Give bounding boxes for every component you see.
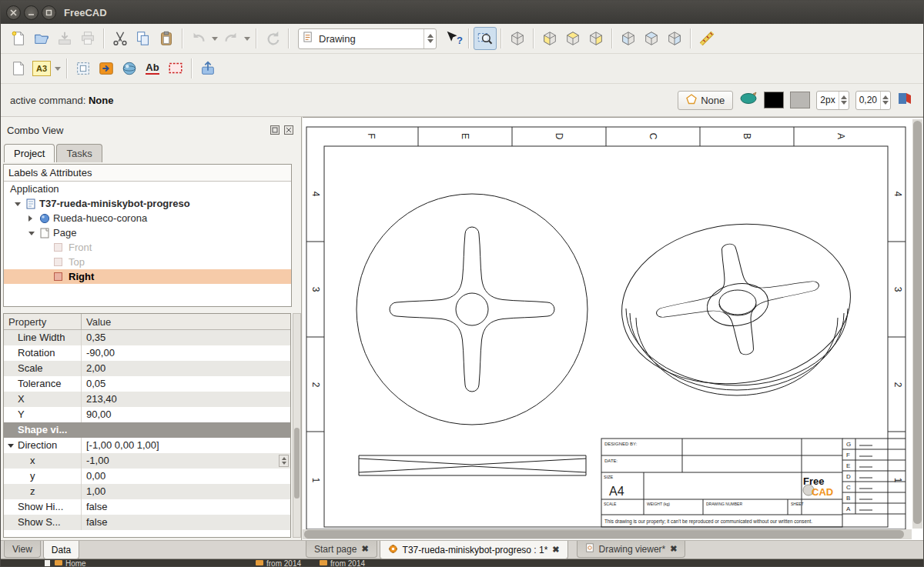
minimize-icon bbox=[28, 9, 35, 16]
tab-tasks[interactable]: Tasks bbox=[56, 144, 102, 162]
tree-item-page[interactable]: Page bbox=[4, 225, 291, 240]
property-row[interactable]: Y90,00 bbox=[4, 407, 290, 422]
help-cursor-icon: ? bbox=[444, 30, 461, 47]
property-row[interactable]: Line Width0,35 bbox=[4, 330, 290, 345]
tab-project[interactable]: Project bbox=[4, 144, 55, 162]
vertical-scrollbar[interactable] bbox=[912, 119, 922, 529]
measure-distance-button[interactable] bbox=[695, 27, 718, 50]
property-group-header[interactable]: Shape vi... bbox=[4, 422, 290, 438]
tab-view[interactable]: View bbox=[4, 541, 41, 558]
draft-view-button[interactable] bbox=[118, 57, 141, 80]
isometric-view bbox=[613, 212, 860, 397]
page-template-button[interactable]: A3 bbox=[30, 57, 53, 80]
whats-this-button[interactable]: ? bbox=[441, 27, 464, 50]
annotation-button[interactable]: Ab bbox=[141, 57, 164, 80]
drawing-viewer-icon bbox=[585, 543, 594, 555]
close-button[interactable] bbox=[6, 5, 21, 20]
line-style-icon[interactable] bbox=[739, 92, 758, 108]
ortho-views-button[interactable] bbox=[72, 57, 95, 80]
export-page-button[interactable] bbox=[196, 57, 219, 80]
tree-item-right[interactable]: Right bbox=[4, 269, 291, 284]
zoom-region-button[interactable] bbox=[474, 27, 497, 50]
size-label: SIZE bbox=[604, 475, 614, 479]
spinner-arrows-icon[interactable] bbox=[880, 92, 890, 109]
property-row[interactable]: Scale2,00 bbox=[4, 361, 290, 376]
tab-start-page[interactable]: Start page ✖ bbox=[306, 541, 377, 558]
property-row[interactable]: Rotation-90,00 bbox=[4, 345, 290, 361]
minimize-button[interactable] bbox=[24, 5, 38, 20]
insert-view-button[interactable] bbox=[95, 57, 118, 80]
tree-item-front[interactable]: Front bbox=[4, 240, 291, 255]
panel-scrollbar[interactable] bbox=[293, 313, 301, 538]
top-view-button[interactable] bbox=[561, 27, 584, 50]
rear-view-button[interactable] bbox=[617, 27, 640, 50]
property-row-y[interactable]: y0,00 bbox=[4, 469, 290, 484]
close-panel-icon[interactable] bbox=[284, 125, 293, 135]
scrollbar-thumb[interactable] bbox=[294, 428, 300, 499]
front-view-button[interactable] bbox=[538, 27, 561, 50]
maximize-button[interactable] bbox=[42, 5, 56, 20]
property-row[interactable]: Show Hi...false bbox=[4, 499, 290, 515]
scrollbar-thumb[interactable] bbox=[304, 530, 904, 539]
tab-data[interactable]: Data bbox=[43, 541, 79, 559]
tab-document[interactable]: T37-rueda-miniskybot-progreso : 1* ✖ bbox=[380, 541, 568, 559]
close-tab-icon[interactable]: ✖ bbox=[670, 545, 677, 553]
axonometric-view-button[interactable] bbox=[506, 27, 529, 50]
expander-open-icon[interactable] bbox=[15, 202, 21, 206]
clip-group-button[interactable] bbox=[164, 57, 187, 80]
value-spinner-icon[interactable] bbox=[279, 455, 289, 467]
fill-color-swatch[interactable] bbox=[790, 92, 810, 108]
open-document-button[interactable] bbox=[30, 27, 53, 50]
combo-spinner-icon[interactable] bbox=[424, 29, 436, 48]
float-panel-icon[interactable] bbox=[270, 125, 280, 135]
redo-dropdown[interactable] bbox=[243, 27, 252, 50]
projection-toggle-icon[interactable] bbox=[897, 91, 912, 109]
bottom-view-button[interactable] bbox=[640, 27, 663, 50]
print-button[interactable] bbox=[76, 27, 99, 50]
copy-button[interactable] bbox=[132, 27, 155, 50]
drawing-viewport[interactable]: F E D C B A 4 3 2 1 4 3 2 1 bbox=[303, 117, 923, 540]
property-row-direction[interactable]: Direction[-1,00 0,00 1,00] bbox=[4, 438, 290, 453]
save-button[interactable] bbox=[53, 27, 76, 50]
fill-style-button[interactable]: None bbox=[678, 91, 733, 110]
new-document-button[interactable] bbox=[7, 27, 30, 50]
titlebar[interactable]: FreeCAD bbox=[1, 1, 923, 24]
tree-item-top[interactable]: Top bbox=[4, 255, 291, 269]
expander-open-icon[interactable] bbox=[8, 444, 14, 448]
scrollbar-thumb[interactable] bbox=[913, 121, 922, 524]
line-color-swatch[interactable] bbox=[764, 92, 784, 108]
close-tab-icon[interactable]: ✖ bbox=[552, 545, 559, 554]
tree-item-document[interactable]: T37-rueda-miniskybot-progreso bbox=[4, 196, 291, 211]
right-view-button[interactable] bbox=[584, 27, 608, 50]
expander-open-icon[interactable] bbox=[28, 232, 35, 235]
drawing-page[interactable]: F E D C B A 4 3 2 1 4 3 2 1 bbox=[303, 119, 915, 532]
undo-dropdown[interactable] bbox=[210, 27, 219, 50]
tree-root[interactable]: Application bbox=[4, 182, 291, 196]
left-view-button[interactable] bbox=[663, 27, 686, 50]
cut-button[interactable] bbox=[109, 27, 132, 50]
undo-button[interactable] bbox=[187, 27, 210, 50]
new-page-button[interactable] bbox=[7, 57, 30, 80]
page-template-dropdown[interactable] bbox=[53, 57, 62, 80]
paste-button[interactable] bbox=[155, 27, 178, 50]
line-width-spinbox[interactable]: 2px bbox=[816, 91, 849, 110]
expander-closed-icon[interactable] bbox=[28, 215, 32, 222]
property-row-x[interactable]: x-1,00 bbox=[4, 453, 290, 469]
tab-drawing-viewer[interactable]: Drawing viewer* ✖ bbox=[577, 541, 686, 558]
command-bar: active command: None None 2px 0,20 bbox=[1, 84, 923, 117]
refresh-button[interactable] bbox=[261, 27, 284, 50]
export-icon bbox=[199, 60, 216, 77]
property-row[interactable]: X213,40 bbox=[4, 392, 290, 407]
property-row[interactable]: Tolerance0,05 bbox=[4, 376, 290, 392]
spinner-arrows-icon[interactable] bbox=[839, 92, 849, 109]
tree-item-part[interactable]: Rueda-hueco-corona bbox=[4, 211, 291, 225]
scale-spinbox[interactable]: 0,20 bbox=[855, 91, 891, 110]
redo-button[interactable] bbox=[219, 27, 243, 50]
close-tab-icon[interactable]: ✖ bbox=[361, 545, 368, 553]
horizontal-scrollbar[interactable] bbox=[303, 529, 912, 539]
property-row-z[interactable]: z1,00 bbox=[4, 484, 290, 499]
property-row[interactable]: Show S...false bbox=[4, 515, 290, 530]
svg-text:E: E bbox=[460, 133, 470, 139]
workbench-selector[interactable]: Drawing bbox=[298, 28, 437, 49]
ruler-icon bbox=[698, 30, 715, 47]
